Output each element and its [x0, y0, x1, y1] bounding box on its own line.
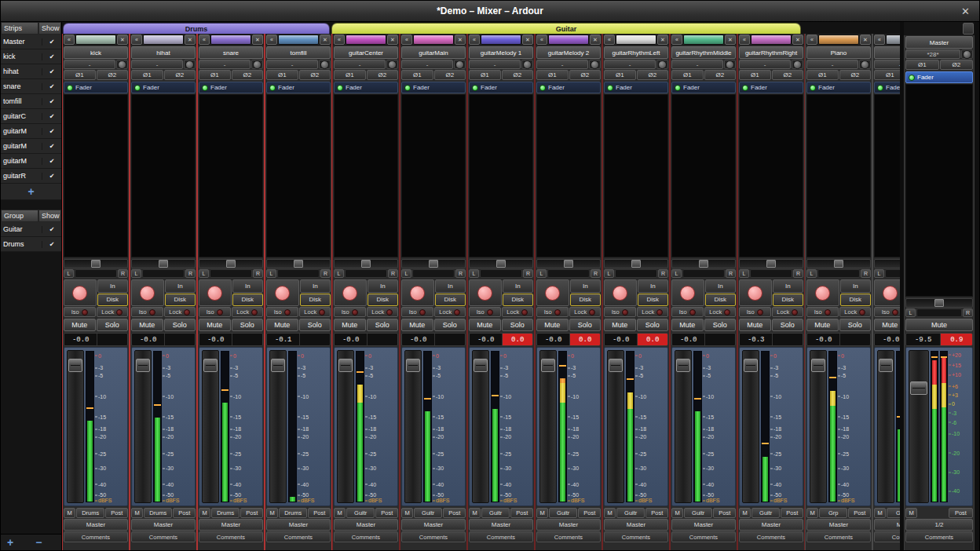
monitor-input-button[interactable]: In — [570, 279, 602, 293]
output-button[interactable]: Master — [604, 519, 668, 531]
strip-color-swatch[interactable] — [413, 35, 454, 45]
fader-processor-entry[interactable]: Fader — [806, 82, 871, 93]
record-arm-button[interactable] — [131, 279, 164, 306]
strip-hide-button[interactable]: ✕ — [185, 35, 196, 45]
processor-box[interactable] — [905, 84, 973, 297]
pan-handle[interactable] — [699, 260, 708, 268]
meter-position-button[interactable]: Post — [510, 508, 533, 518]
strip-name-button[interactable]: guitarMelody 1 — [469, 46, 533, 59]
pan-handle[interactable] — [226, 260, 236, 268]
fader-handle[interactable] — [68, 359, 82, 372]
titlebar[interactable]: *Demo – Mixer – Ardour ✕ — [1, 1, 979, 22]
monitor-disk-button[interactable]: Disk — [840, 294, 872, 307]
processor-enable-led[interactable] — [269, 85, 276, 91]
comments-button[interactable]: Comments — [199, 531, 263, 542]
output-button[interactable]: Master — [266, 519, 331, 531]
pan-handle[interactable] — [159, 260, 168, 268]
solo-isolate-button[interactable]: Iso — [874, 307, 900, 317]
strip-name-button[interactable]: hihat — [131, 46, 196, 59]
trim-knob[interactable] — [859, 60, 871, 69]
pan-handle[interactable] — [361, 260, 371, 268]
solo-button[interactable]: Solo — [569, 319, 602, 331]
comments-button[interactable]: Comments — [131, 531, 196, 542]
group-tab[interactable]: Guitar — [331, 23, 801, 34]
master-name-button[interactable]: Master — [905, 36, 973, 49]
solo-isolate-button[interactable]: Iso — [671, 307, 704, 317]
window-close-button[interactable]: ✕ — [961, 5, 970, 17]
mute-button[interactable]: Mute — [266, 319, 298, 331]
phase-invert-1-button[interactable]: Ø1 — [604, 70, 636, 80]
trim-knob[interactable] — [386, 60, 398, 69]
peak-display[interactable] — [434, 334, 465, 345]
comments-button[interactable]: Comments — [266, 531, 331, 542]
pan-left-label[interactable]: L — [739, 269, 749, 278]
pan-right-label[interactable]: R — [591, 269, 601, 278]
meter-point-button[interactable]: M — [199, 508, 210, 518]
fader-processor-entry[interactable]: Fader — [469, 82, 533, 93]
remove-group-button[interactable]: − — [35, 537, 42, 548]
phase-invert-1-button[interactable]: Ø1 — [334, 70, 366, 80]
solo-isolate-button[interactable]: Iso — [604, 307, 636, 317]
monitor-disk-button[interactable]: Disk — [300, 294, 331, 307]
strip-show-checkbox[interactable]: ✔ — [42, 38, 61, 46]
meter-point-button[interactable]: M — [671, 508, 683, 518]
pan-left-label[interactable]: L — [536, 269, 547, 278]
strip-shrink-button[interactable]: « — [739, 35, 750, 45]
strip-hide-button[interactable]: ✕ — [725, 35, 736, 45]
fader-lock-button[interactable]: Lock — [772, 307, 804, 317]
fader-processor-entry[interactable]: Fader — [739, 82, 803, 93]
phase-invert-2-button[interactable]: Ø2 — [502, 70, 534, 80]
group-show-checkbox[interactable]: ✔ — [42, 241, 61, 248]
mute-button[interactable]: Mute — [64, 319, 96, 331]
gain-display[interactable]: -0.0 — [335, 334, 367, 345]
sidebar-strip-row[interactable]: Master✔ — [1, 35, 61, 49]
solo-isolate-button[interactable]: Iso — [131, 307, 163, 317]
monitor-input-button[interactable]: In — [435, 279, 466, 293]
gain-fader[interactable] — [337, 350, 354, 503]
monitor-disk-button[interactable]: Disk — [773, 294, 804, 307]
solo-isolate-button[interactable]: Iso — [469, 307, 501, 317]
solo-button[interactable]: Solo — [772, 319, 804, 331]
monitor-disk-button[interactable]: Disk — [503, 294, 534, 307]
input-button[interactable]: - — [64, 60, 115, 69]
gain-display[interactable]: -0.1 — [267, 334, 299, 345]
meter-position-button[interactable]: Post — [781, 508, 803, 518]
gain-fader[interactable] — [404, 350, 422, 503]
processor-box[interactable] — [806, 94, 871, 257]
group-button[interactable]: Drums — [76, 508, 104, 518]
peak-display[interactable] — [97, 334, 127, 345]
strip-hide-button[interactable]: ✕ — [590, 35, 601, 45]
monitor-disk-button[interactable]: Disk — [232, 294, 264, 307]
monitor-input-button[interactable]: In — [368, 279, 399, 293]
processor-box[interactable] — [874, 94, 900, 257]
pan-handle[interactable] — [564, 260, 573, 268]
strip-shrink-button[interactable]: « — [604, 35, 615, 45]
phase-invert-1-button[interactable]: Ø1 — [806, 70, 839, 80]
solo-isolate-button[interactable]: Iso — [536, 307, 569, 317]
strip-show-checkbox[interactable]: ✔ — [42, 143, 61, 150]
pan-left-label[interactable]: L — [806, 269, 817, 278]
gain-fader[interactable] — [269, 350, 287, 503]
solo-button[interactable]: Solo — [502, 319, 534, 331]
strip-show-checkbox[interactable]: ✔ — [42, 53, 61, 60]
comments-button[interactable]: Comments — [469, 531, 533, 542]
solo-button[interactable]: Solo — [164, 319, 196, 331]
input-button[interactable]: - — [401, 60, 453, 69]
monitor-input-button[interactable]: In — [773, 279, 804, 293]
gain-display[interactable]: -0.0 — [605, 334, 637, 345]
pan-left-label[interactable]: L — [604, 269, 614, 278]
monitor-input-button[interactable]: In — [840, 279, 872, 293]
mute-button[interactable]: Mute — [604, 319, 636, 331]
fader-handle[interactable] — [879, 359, 893, 372]
processor-enable-led[interactable] — [742, 85, 748, 91]
fader-handle[interactable] — [338, 359, 353, 372]
meter-position-button[interactable]: Post — [848, 508, 871, 518]
phase-invert-1-button[interactable]: Ø1 — [536, 70, 569, 80]
gain-display[interactable]: -0.0 — [537, 334, 569, 345]
phase-invert-2-button[interactable]: Ø2 — [940, 60, 974, 70]
group-button[interactable]: Guitr — [616, 508, 645, 518]
add-group-button[interactable]: + — [7, 537, 13, 548]
fader-handle[interactable] — [271, 359, 285, 372]
processor-box[interactable] — [469, 94, 533, 257]
mute-button[interactable]: Mute — [334, 319, 366, 331]
